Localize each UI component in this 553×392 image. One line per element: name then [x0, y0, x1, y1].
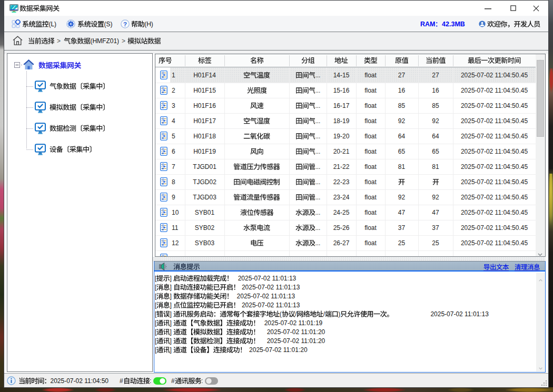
svg-text:?: ? [123, 21, 127, 27]
